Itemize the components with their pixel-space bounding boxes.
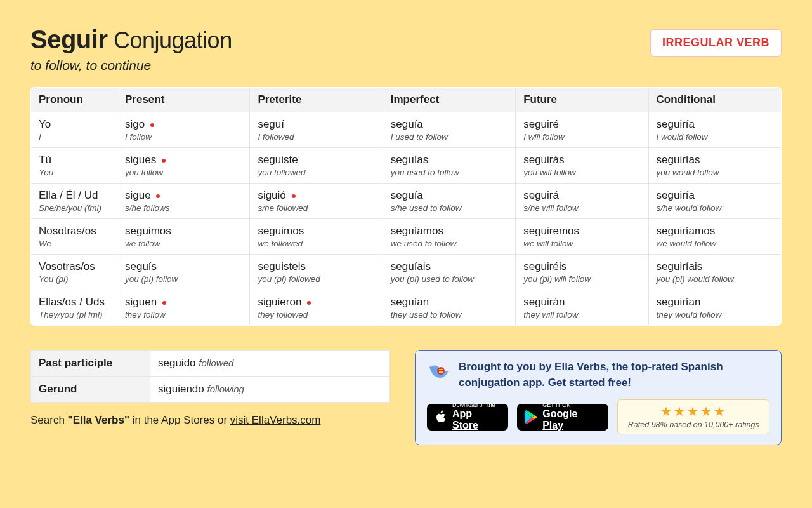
rating-box: ★★★★★ Rated 98% based on 10,000+ ratings xyxy=(617,399,769,434)
svg-point-0 xyxy=(437,367,445,375)
pronoun-gloss: They/you (pl fml) xyxy=(39,310,109,319)
conjugation-cell: siguen they follow xyxy=(117,290,250,326)
table-row: TúYousigues you followseguisteyou follow… xyxy=(31,148,782,184)
conjugation-cell: seguíaisyou (pl) used to follow xyxy=(383,255,515,290)
irregular-dot-icon xyxy=(292,194,296,198)
table-row: Ella / Él / UdShe/he/you (fml)sigue s/he… xyxy=(31,184,782,219)
svg-rect-2 xyxy=(439,371,443,373)
star-icon: ★★★★★ xyxy=(627,404,760,419)
conjugation-cell: seguiríaisyou (pl) would follow xyxy=(648,255,781,290)
appstore-badge[interactable]: Download on theApp Store xyxy=(427,404,508,431)
conjugation-gloss: you (pl) will follow xyxy=(523,274,640,284)
conjugation-word: seguiste xyxy=(258,154,374,166)
pronoun-cell: Nosotras/osWe xyxy=(31,219,117,255)
pronoun-gloss: She/he/you (fml) xyxy=(39,203,109,213)
conjugation-word: seguía xyxy=(391,189,508,202)
pronoun-label: Vosotras/os xyxy=(39,260,109,273)
conjugation-word: seguía xyxy=(391,118,508,131)
googleplay-badge[interactable]: GET IT ONGoogle Play xyxy=(517,404,608,431)
conjugation-table: Pronoun Present Preterite Imperfect Futu… xyxy=(30,87,782,326)
conjugation-cell: seguisteisyou (pl) followed xyxy=(250,255,383,290)
conjugation-gloss: I used to follow xyxy=(391,132,508,142)
conjugation-gloss: you (pl) used to follow xyxy=(391,274,508,284)
verb-name: Seguir xyxy=(30,25,107,53)
google-play-icon xyxy=(525,410,537,424)
gerund-word: siguiendo xyxy=(158,383,204,395)
rating-text: Rated 98% based on 10,000+ ratings xyxy=(627,420,760,429)
conjugation-gloss: s/he would follow xyxy=(657,203,773,213)
conjugation-gloss: we would follow xyxy=(657,239,773,248)
conjugation-cell: seguirásyou will follow xyxy=(516,148,648,184)
conjugation-gloss: we followed xyxy=(258,239,374,248)
conjugation-word: siguieron xyxy=(258,296,374,309)
conjugation-gloss: we used to follow xyxy=(391,239,508,248)
table-row: Vosotras/osYou (pl)seguísyou (pl) follow… xyxy=(31,255,782,290)
conjugation-gloss: s/he will follow xyxy=(523,203,640,213)
pronoun-cell: YoI xyxy=(31,112,117,148)
col-header: Conditional xyxy=(648,88,781,112)
conjugation-word: seguirán xyxy=(523,296,640,309)
col-header: Pronoun xyxy=(31,88,117,112)
gerund-cell: siguiendo following xyxy=(150,377,390,403)
pronoun-label: Ellas/os / Uds xyxy=(39,296,109,309)
conjugation-word: seguimos xyxy=(125,225,242,237)
conjugation-gloss: you followed xyxy=(258,168,374,177)
conjugation-gloss: they will follow xyxy=(523,310,640,319)
conjugation-cell: seguisteyou followed xyxy=(250,148,383,184)
conjugation-word: sigo xyxy=(125,118,242,131)
past-participle-label: Past participle xyxy=(31,351,150,377)
conjugation-cell: seguíI followed xyxy=(250,112,383,148)
irregular-dot-icon xyxy=(150,123,154,127)
conjugation-cell: seguimoswe followed xyxy=(250,219,383,255)
conjugation-gloss: you (pl) would follow xyxy=(657,274,773,284)
conjugation-cell: seguiremoswe will follow xyxy=(516,219,648,255)
conjugation-word: seguí xyxy=(258,118,374,131)
app-icon xyxy=(427,361,450,384)
conjugation-gloss: they used to follow xyxy=(391,310,508,319)
pronoun-label: Yo xyxy=(39,118,109,131)
conjugation-word: seguían xyxy=(391,296,508,309)
conjugation-word: sigues xyxy=(125,154,242,166)
search-line: Search "Ella Verbs" in the App Stores or… xyxy=(30,414,390,427)
col-header: Imperfect xyxy=(383,88,515,112)
conjugation-cell: siguió s/he followed xyxy=(250,184,383,219)
conjugation-cell: seguiríanthey would follow xyxy=(648,290,781,326)
pronoun-gloss: You xyxy=(39,168,109,177)
conjugation-word: seguís xyxy=(125,260,242,273)
conjugation-word: siguió xyxy=(258,189,374,202)
conjugation-word: seguisteis xyxy=(258,260,374,273)
promo-text: Brought to you by Ella Verbs, the top-ra… xyxy=(459,359,769,391)
conjugation-cell: seguiréI will follow xyxy=(516,112,648,148)
conjugation-gloss: you follow xyxy=(125,168,242,177)
pronoun-gloss: We xyxy=(39,239,109,248)
title-suffix: Conjugation xyxy=(114,27,232,53)
conjugation-gloss: I followed xyxy=(258,132,374,142)
visit-link[interactable]: visit EllaVerbs.com xyxy=(230,414,321,426)
conjugation-cell: sigues you follow xyxy=(117,148,250,184)
conjugation-gloss: I would follow xyxy=(657,132,773,142)
svg-rect-1 xyxy=(439,369,443,370)
conjugation-cell: sigo I follow xyxy=(117,112,250,148)
conjugation-cell: seguiríamoswe would follow xyxy=(648,219,781,255)
pronoun-label: Nosotras/os xyxy=(39,225,109,237)
table-row: YoIsigo I followseguíI followedseguíaI u… xyxy=(31,112,782,148)
conjugation-word: seguiríais xyxy=(657,260,773,273)
conjugation-word: seguirá xyxy=(523,189,640,202)
page-title: Seguir Conjugation xyxy=(30,25,232,54)
irregular-dot-icon xyxy=(162,159,166,163)
table-row: Nosotras/osWeseguimoswe followseguimoswe… xyxy=(31,219,782,255)
conjugation-gloss: you will follow xyxy=(523,168,640,177)
conjugation-word: seguiré xyxy=(523,118,640,131)
conjugation-word: seguiríamos xyxy=(657,225,773,237)
gerund-gloss: following xyxy=(207,384,244,394)
conjugation-gloss: s/he follows xyxy=(125,203,242,213)
conjugation-cell: seguirías/he would follow xyxy=(648,184,781,219)
col-header: Preterite xyxy=(250,88,383,112)
pronoun-label: Tú xyxy=(39,154,109,166)
conjugation-cell: seguísyou (pl) follow xyxy=(117,255,250,290)
conjugation-cell: seguíaI used to follow xyxy=(383,112,515,148)
pronoun-cell: TúYou xyxy=(31,148,117,184)
conjugation-cell: seguiránthey will follow xyxy=(516,290,648,326)
ella-verbs-link[interactable]: Ella Verbs xyxy=(554,361,606,373)
conjugation-cell: seguías/he used to follow xyxy=(383,184,515,219)
